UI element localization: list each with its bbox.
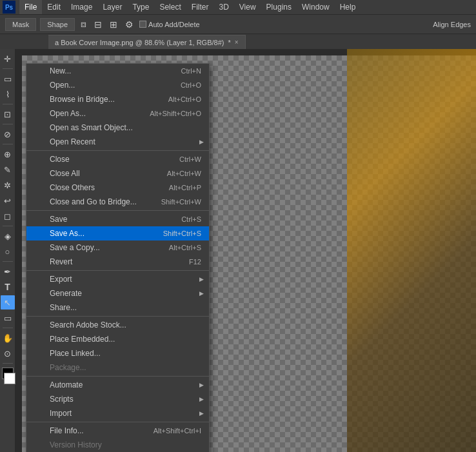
menu-separator-5 xyxy=(26,376,209,377)
distribute-icon[interactable]: ⊞ xyxy=(108,19,119,30)
menu-item-place-linked-label: Place Linked... xyxy=(50,349,101,358)
menu-file[interactable]: File xyxy=(19,0,42,14)
menu-item-close[interactable]: Close Ctrl+W xyxy=(26,152,209,166)
menu-select[interactable]: Select xyxy=(154,0,186,14)
menu-separator-3 xyxy=(26,270,209,271)
mask-button[interactable]: Mask xyxy=(5,18,36,31)
menu-item-open[interactable]: Open... Ctrl+O xyxy=(26,78,209,92)
document-tab[interactable]: a Book Cover Image.png @ 88.6% (Layer 1,… xyxy=(48,35,246,49)
settings-icon[interactable]: ⚙ xyxy=(123,19,135,30)
menu-item-place-linked[interactable]: Place Linked... xyxy=(26,346,209,360)
menu-item-save-copy[interactable]: Save a Copy... Alt+Ctrl+S xyxy=(26,241,209,255)
menu-bar: Ps File Edit Image Layer Type Select Fil… xyxy=(0,0,476,14)
menu-item-import[interactable]: Import xyxy=(26,406,209,420)
gradient-tool[interactable]: ◈ xyxy=(1,229,15,243)
logo-text: Ps xyxy=(5,4,13,11)
menu-separator-2 xyxy=(26,210,209,211)
menu-view[interactable]: View xyxy=(234,0,261,14)
menu-item-automate[interactable]: Automate xyxy=(26,378,209,392)
menu-item-save-shortcut: Ctrl+S xyxy=(181,215,201,223)
tool-separator-4 xyxy=(3,144,13,144)
menu-item-generate[interactable]: Generate xyxy=(26,286,209,300)
tool-separator-8 xyxy=(3,363,13,364)
menu-filter[interactable]: Filter xyxy=(186,0,214,14)
menu-item-revert[interactable]: Revert F12 xyxy=(26,255,209,269)
menu-item-save-as-label: Save As... xyxy=(50,229,84,238)
transform-icon[interactable]: ⧈ xyxy=(79,19,88,30)
menu-item-save-as-shortcut: Shift+Ctrl+S xyxy=(163,230,201,237)
menu-item-import-label: Import xyxy=(50,409,72,418)
menu-layer[interactable]: Layer xyxy=(97,0,127,14)
brush-tool[interactable]: ✎ xyxy=(1,162,15,177)
auto-add-label: Auto Add/Delete xyxy=(148,21,200,28)
heal-tool[interactable]: ⊕ xyxy=(1,147,15,161)
hand-tool[interactable]: ✋ xyxy=(1,331,15,345)
tab-close-button[interactable]: × xyxy=(235,39,239,46)
menu-item-search-adobe-stock[interactable]: Search Adobe Stock... xyxy=(26,318,209,332)
menu-item-export[interactable]: Export xyxy=(26,272,209,286)
options-bar: Mask Shape ⧈ ⊟ ⊞ ⚙ Auto Add/Delete Align… xyxy=(0,14,476,34)
menu-item-generate-label: Generate xyxy=(50,289,82,298)
menu-item-file-info[interactable]: File Info... Alt+Shift+Ctrl+I xyxy=(26,424,209,438)
menu-3d[interactable]: 3D xyxy=(213,0,233,14)
menu-item-open-label: Open... xyxy=(50,81,75,90)
menu-item-save[interactable]: Save Ctrl+S xyxy=(26,212,209,226)
canvas-image xyxy=(347,49,476,452)
menu-item-close-go-bridge[interactable]: Close and Go to Bridge... Shift+Ctrl+W xyxy=(26,195,209,209)
menu-help[interactable]: Help xyxy=(335,0,361,14)
menu-item-revert-label: Revert xyxy=(50,257,72,266)
menu-item-open-as[interactable]: Open As... Alt+Shift+Ctrl+O xyxy=(26,106,209,121)
eraser-tool[interactable]: ◻ xyxy=(1,209,15,223)
lasso-tool[interactable]: ⌇ xyxy=(1,87,15,101)
menu-item-new-shortcut: Ctrl+N xyxy=(181,67,201,75)
dodge-tool[interactable]: ○ xyxy=(1,244,15,259)
menu-plugins[interactable]: Plugins xyxy=(261,0,297,14)
background-color[interactable] xyxy=(4,373,15,384)
menu-item-save-as[interactable]: Save As... Shift+Ctrl+S xyxy=(26,226,209,241)
rectangle-select-tool[interactable]: ▭ xyxy=(1,72,15,86)
menu-item-automate-label: Automate xyxy=(50,380,83,389)
align-icon[interactable]: ⊟ xyxy=(92,19,104,30)
move-tool[interactable]: ✛ xyxy=(1,52,15,66)
shape-tool[interactable]: ▭ xyxy=(1,311,15,325)
shape-button[interactable]: Shape xyxy=(40,18,75,31)
align-edges-label: Align Edges xyxy=(433,21,471,28)
menu-item-save-copy-label: Save a Copy... xyxy=(50,243,100,252)
clone-tool[interactable]: ✲ xyxy=(1,178,15,192)
history-brush-tool[interactable]: ↩ xyxy=(1,193,15,208)
menu-item-package[interactable]: Package... xyxy=(26,360,209,375)
menu-item-open-shortcut: Ctrl+O xyxy=(181,81,201,89)
menu-item-scripts-label: Scripts xyxy=(50,395,74,404)
path-select-tool[interactable]: ↖ xyxy=(1,295,15,310)
menu-item-share[interactable]: Share... xyxy=(26,300,209,315)
menu-item-browse-bridge[interactable]: Browse in Bridge... Alt+Ctrl+O xyxy=(26,92,209,106)
menu-item-open-smart-object[interactable]: Open as Smart Object... xyxy=(26,121,209,135)
menu-item-close-all[interactable]: Close All Alt+Ctrl+W xyxy=(26,166,209,181)
menu-edit[interactable]: Edit xyxy=(42,0,66,14)
menu-item-open-recent[interactable]: Open Recent xyxy=(26,135,209,149)
menu-item-place-embedded[interactable]: Place Embedded... xyxy=(26,332,209,346)
pen-tool[interactable]: ✒ xyxy=(1,264,15,279)
menu-type[interactable]: Type xyxy=(127,0,154,14)
type-tool[interactable]: T xyxy=(1,280,15,294)
menu-window[interactable]: Window xyxy=(297,0,335,14)
zoom-tool[interactable]: ⊙ xyxy=(1,346,15,360)
menu-item-package-label: Package... xyxy=(50,363,86,372)
tool-separator-5 xyxy=(3,226,13,226)
menu-separator-6 xyxy=(26,422,209,422)
menu-item-scripts[interactable]: Scripts xyxy=(26,392,209,406)
tool-separator-2 xyxy=(3,104,13,104)
menu-item-open-recent-label: Open Recent xyxy=(50,137,95,146)
menu-item-file-info-label: File Info... xyxy=(50,426,84,435)
auto-add-checkbox[interactable] xyxy=(139,21,146,28)
menu-item-version-history[interactable]: Version History xyxy=(26,438,209,452)
crop-tool[interactable]: ⊡ xyxy=(1,107,15,121)
menu-item-close-go-bridge-shortcut: Shift+Ctrl+W xyxy=(161,198,201,206)
menu-item-save-copy-shortcut: Alt+Ctrl+S xyxy=(169,244,201,251)
menu-item-close-others[interactable]: Close Others Alt+Ctrl+P xyxy=(26,181,209,195)
menu-item-place-embedded-label: Place Embedded... xyxy=(50,335,115,344)
menu-item-close-all-shortcut: Alt+Ctrl+W xyxy=(167,170,201,177)
menu-item-new[interactable]: New... Ctrl+N xyxy=(26,64,209,78)
eyedropper-tool[interactable]: ⊘ xyxy=(1,127,15,141)
menu-image[interactable]: Image xyxy=(66,0,97,14)
